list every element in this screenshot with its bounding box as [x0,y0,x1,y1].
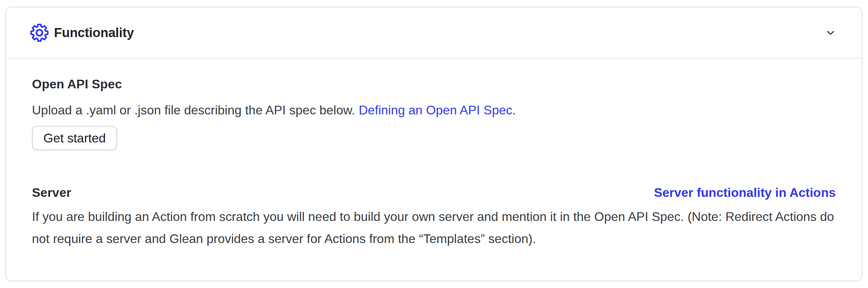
open-api-spec-heading: Open API Spec [32,76,836,92]
functionality-section-header[interactable]: Functionality [6,7,862,59]
open-api-spec-description: Upload a .yaml or .json file describing … [32,101,836,120]
header-left: Functionality [30,23,134,42]
server-description: If you are building an Action from scrat… [32,206,836,250]
section-title: Functionality [54,25,134,40]
server-heading: Server [32,185,71,200]
open-api-spec-description-text: Upload a .yaml or .json file describing … [32,103,355,117]
functionality-section-body: Open API Spec Upload a .yaml or .json fi… [6,59,862,250]
defining-open-api-spec-link[interactable]: Defining an Open API Spec. [359,103,516,117]
chevron-down-icon[interactable] [825,27,836,39]
gear-icon [30,23,49,42]
server-functionality-link[interactable]: Server functionality in Actions [654,185,836,200]
server-row: Server Server functionality in Actions [32,185,836,200]
get-started-button[interactable]: Get started [32,126,117,150]
functionality-card: Functionality Open API Spec Upload a .ya… [5,7,862,281]
